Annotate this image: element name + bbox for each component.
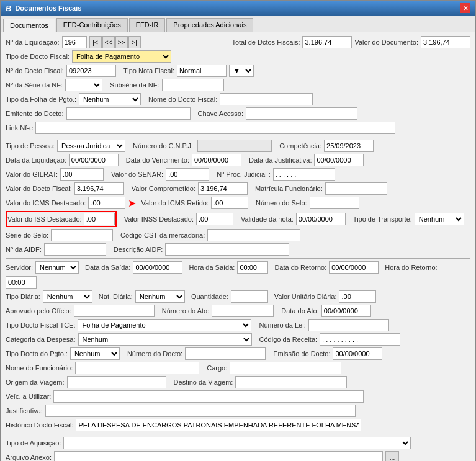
input-quantidade[interactable] bbox=[231, 290, 268, 303]
label-iss-destacado: Valor do ISS Destacado: bbox=[7, 215, 82, 223]
tab-documentos[interactable]: Documentos bbox=[3, 19, 55, 32]
input-aprovado-oficio[interactable] bbox=[74, 305, 155, 317]
input-cargo[interactable] bbox=[230, 362, 341, 374]
separator-2 bbox=[6, 258, 470, 259]
input-emissao-docto[interactable] bbox=[333, 347, 382, 360]
row-veic: Veíc. a Utilizar: bbox=[6, 390, 470, 403]
label-nat-diaria: Nat. Diária: bbox=[99, 293, 133, 300]
input-numero-lei[interactable] bbox=[308, 319, 389, 331]
label-numero-ato: Número do Ato: bbox=[162, 307, 209, 315]
close-button[interactable]: ✕ bbox=[460, 3, 470, 13]
input-data-ato[interactable] bbox=[321, 305, 371, 317]
input-hora-retorno[interactable] bbox=[6, 276, 37, 289]
label-liquidacao: Nº da Liquidação: bbox=[6, 38, 60, 46]
input-total-doctos[interactable] bbox=[302, 36, 352, 48]
input-nome-funcionario[interactable] bbox=[75, 362, 199, 374]
input-historico[interactable] bbox=[76, 419, 361, 431]
input-destino-viagem[interactable] bbox=[235, 376, 347, 388]
input-numero-docto[interactable] bbox=[185, 347, 266, 360]
input-competencia[interactable] bbox=[324, 140, 374, 152]
label-tipo-diaria: Tipo Diária: bbox=[6, 293, 40, 300]
input-senar[interactable] bbox=[166, 168, 209, 181]
row-funcionario: Nome do Funcionário: Cargo: bbox=[6, 362, 470, 374]
input-data-just[interactable] bbox=[314, 154, 364, 166]
input-hora-saida[interactable] bbox=[237, 261, 268, 274]
input-numero-selo[interactable] bbox=[310, 197, 359, 209]
input-data-liq[interactable] bbox=[69, 154, 119, 166]
input-chave-acesso[interactable] bbox=[246, 107, 357, 120]
input-data-retorno[interactable] bbox=[329, 261, 379, 274]
btn-browse-arquivo[interactable]: ... bbox=[385, 451, 399, 461]
label-cargo: Cargo: bbox=[207, 364, 227, 372]
tab-efd-contribuicoes[interactable]: EFD-Contribuições bbox=[56, 18, 128, 32]
row-aprovado: Aprovado pelo Ofício: Número do Ato: Dat… bbox=[6, 305, 470, 317]
input-matricula[interactable] bbox=[325, 182, 387, 195]
label-quantidade: Quantidade: bbox=[191, 293, 228, 300]
label-numero-lei: Número da Lei: bbox=[259, 321, 305, 329]
input-valor-unitario[interactable] bbox=[339, 290, 376, 303]
input-valor-documento[interactable] bbox=[421, 36, 470, 48]
input-icms-destacado[interactable] bbox=[88, 197, 125, 209]
select-serie[interactable] bbox=[65, 79, 102, 91]
select-tipo-transporte[interactable]: Nenhum bbox=[415, 213, 464, 225]
select-tipo-folha[interactable]: Nenhum bbox=[79, 93, 141, 105]
input-link-nfe[interactable] bbox=[35, 122, 395, 134]
select-tipo-diaria[interactable]: Nenhum bbox=[43, 290, 92, 303]
select-servidor[interactable]: Nenhum bbox=[35, 261, 79, 274]
btn-last[interactable]: >| bbox=[128, 36, 141, 48]
input-descricao-aidf[interactable] bbox=[165, 243, 289, 256]
input-subserie[interactable] bbox=[162, 79, 224, 91]
input-proc-judicial[interactable] bbox=[273, 168, 335, 181]
input-numero-ato[interactable] bbox=[212, 305, 274, 317]
label-link-nfe: Link Nf-e bbox=[6, 124, 33, 132]
input-nro-docto[interactable] bbox=[66, 65, 116, 77]
label-subserie: Subsérie da NF: bbox=[110, 81, 159, 89]
row-justificativa: Justificativa: bbox=[6, 405, 470, 417]
input-tipo-nota[interactable] bbox=[177, 65, 227, 77]
input-justificativa[interactable] bbox=[45, 405, 356, 417]
input-data-venc[interactable] bbox=[192, 154, 241, 166]
input-serie-selo[interactable] bbox=[51, 229, 113, 241]
select-tipo-docto-tce[interactable]: Folha de Pagamento bbox=[78, 319, 251, 331]
input-icms-retido[interactable] bbox=[211, 197, 248, 209]
select-tipo-docto[interactable]: Folha de Pagamento bbox=[72, 50, 171, 63]
select-tipo-aquisicao[interactable] bbox=[63, 437, 411, 449]
select-nat-diaria[interactable]: Nenhum bbox=[135, 290, 185, 303]
input-veic[interactable] bbox=[53, 390, 364, 403]
label-cnpj: Número do C.N.P.J.: bbox=[133, 142, 195, 150]
tab-bar: Documentos EFD-Contribuições EFD-IR Prop… bbox=[1, 16, 475, 32]
btn-prev[interactable]: >> bbox=[115, 36, 128, 48]
row-icms: Valor do ICMS Destacado: ➤ Valor do ICMS… bbox=[6, 197, 470, 209]
input-cnpj[interactable] bbox=[197, 140, 272, 152]
input-data-saida[interactable] bbox=[133, 261, 182, 274]
select-categoria-despesa[interactable]: Nenhum bbox=[78, 333, 252, 346]
input-inss-destacado[interactable] bbox=[196, 213, 233, 225]
input-nome-docto[interactable] bbox=[220, 93, 313, 105]
label-nome-funcionario: Nome do Funcionário: bbox=[6, 364, 73, 372]
select-tipo-nota[interactable]: ▼ bbox=[229, 65, 254, 77]
input-valor-comprometido[interactable] bbox=[198, 182, 248, 195]
input-valor-docto-fiscal[interactable] bbox=[74, 182, 124, 195]
tab-efd-ir[interactable]: EFD-IR bbox=[129, 18, 166, 32]
input-gilrat[interactable] bbox=[60, 168, 104, 181]
select-tipo-docto-pgto[interactable]: Nenhum bbox=[70, 347, 120, 360]
input-iss-destacado[interactable] bbox=[84, 213, 115, 225]
btn-prev-prev[interactable]: << bbox=[102, 36, 115, 48]
input-origem-viagem[interactable] bbox=[67, 376, 166, 388]
row-serie: Nº da Série da NF: Subsérie da NF: bbox=[6, 79, 470, 91]
main-window: B Documentos Fiscais ✕ Documentos EFD-Co… bbox=[0, 0, 476, 461]
label-valor-documento: Valor do Documento: bbox=[354, 38, 418, 46]
input-arquivo-anexo[interactable] bbox=[54, 451, 383, 461]
input-validade-nota[interactable] bbox=[296, 213, 346, 225]
input-emitente[interactable] bbox=[66, 107, 191, 120]
input-codigo-receita[interactable] bbox=[320, 333, 400, 346]
label-tipo-folha: Tipo da Folha de Pgto.: bbox=[6, 96, 76, 103]
select-tipo-pessoa[interactable]: Pessoa Jurídica bbox=[57, 140, 125, 152]
input-codigo-cst[interactable] bbox=[207, 229, 300, 241]
input-liquidacao[interactable] bbox=[62, 36, 87, 48]
row-liquidacao: Nº da Liquidação: |< << >> >| Total de D… bbox=[6, 36, 470, 48]
btn-first[interactable]: |< bbox=[89, 36, 102, 48]
input-nro-aidf[interactable] bbox=[44, 243, 106, 256]
app-logo: B bbox=[6, 4, 11, 13]
tab-propriedades[interactable]: Propriedades Adicionais bbox=[166, 18, 253, 32]
